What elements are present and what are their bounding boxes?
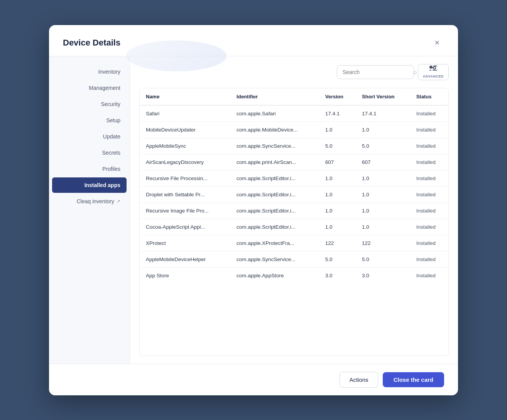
svg-rect-2 xyxy=(429,67,433,68)
toolbar: ⌕ ADVANCED xyxy=(139,64,449,80)
apps-table-wrapper: NameIdentifierVersionShort VersionStatus… xyxy=(139,88,449,356)
sidebar: InventoryManagementSecuritySetupUpdateSe… xyxy=(49,56,130,364)
svg-rect-1 xyxy=(433,66,437,66)
cell-identifier: com.apple.SyncService... xyxy=(230,138,319,154)
cell-short_version: 1.0 xyxy=(356,202,410,219)
actions-button[interactable]: Actions xyxy=(340,372,378,388)
table-row: Recursive File Processin...com.apple.Scr… xyxy=(140,170,448,186)
advanced-button[interactable]: ADVANCED xyxy=(418,64,449,80)
cell-identifier: com.apple.AppStore xyxy=(230,267,319,283)
cell-version: 5.0 xyxy=(319,251,356,267)
table-row: Safaricom.apple.Safari17.4.117.4.1Instal… xyxy=(140,105,448,122)
apps-table: NameIdentifierVersionShort VersionStatus… xyxy=(140,88,448,283)
modal-footer: Actions Close the card xyxy=(49,364,458,395)
sidebar-item-profiles[interactable]: Profiles xyxy=(49,161,130,177)
cell-version: 17.4.1 xyxy=(319,105,356,122)
cell-version: 1.0 xyxy=(319,121,356,138)
svg-rect-4 xyxy=(429,70,431,71)
table-row: AppleMobileDeviceHelpercom.apple.SyncSer… xyxy=(140,251,448,267)
cell-short_version: 1.0 xyxy=(356,219,410,235)
table-row: MobileDeviceUpdatercom.apple.MobileDevic… xyxy=(140,121,448,138)
table-row: App Storecom.apple.AppStore3.03.0Install… xyxy=(140,267,448,283)
cell-status: Installed xyxy=(410,251,448,267)
cell-identifier: com.apple.MobileDevice... xyxy=(230,121,319,138)
cell-status: Installed xyxy=(410,154,448,170)
sidebar-item-setup[interactable]: Setup xyxy=(49,113,130,128)
col-name: Name xyxy=(140,88,230,105)
cell-short_version: 1.0 xyxy=(356,121,410,138)
cell-short_version: 5.0 xyxy=(356,251,410,267)
cell-version: 1.0 xyxy=(319,186,356,202)
sidebar-item-label: Cleaq inventory↗ xyxy=(58,198,120,204)
cell-name: XProtect xyxy=(140,235,230,251)
cell-short_version: 17.4.1 xyxy=(356,105,410,122)
cell-name: Cocoa-AppleScript Appl... xyxy=(140,219,230,235)
cell-status: Installed xyxy=(410,202,448,219)
col-identifier: Identifier xyxy=(230,88,319,105)
cell-name: Droplet with Settable Pr... xyxy=(140,186,230,202)
svg-rect-5 xyxy=(433,70,437,71)
close-card-button[interactable]: Close the card xyxy=(383,372,444,387)
cell-identifier: com.apple.Safari xyxy=(230,105,319,122)
cell-short_version: 1.0 xyxy=(356,186,410,202)
cell-status: Installed xyxy=(410,105,448,122)
cell-status: Installed xyxy=(410,186,448,202)
cell-version: 1.0 xyxy=(319,170,356,186)
modal-header: Device Details × xyxy=(49,25,458,56)
cell-identifier: com.apple.print.AirScan... xyxy=(230,154,319,170)
cell-name: AppleMobileSync xyxy=(140,138,230,154)
cell-status: Installed xyxy=(410,138,448,154)
close-modal-button[interactable]: × xyxy=(430,36,444,50)
cell-name: Recursive File Processin... xyxy=(140,170,230,186)
cell-name: Safari xyxy=(140,105,230,122)
device-details-modal: Device Details × InventoryManagementSecu… xyxy=(49,25,458,395)
col-version: Version xyxy=(319,88,356,105)
cell-name: App Store xyxy=(140,267,230,283)
table-row: Recursive Image File Pro...com.apple.Scr… xyxy=(140,202,448,219)
sidebar-item-inventory[interactable]: Inventory xyxy=(49,64,130,79)
cell-identifier: com.apple.ScriptEditor.i... xyxy=(230,170,319,186)
table-row: AppleMobileSynccom.apple.SyncService...5… xyxy=(140,138,448,154)
sidebar-item-secrets[interactable]: Secrets xyxy=(49,145,130,160)
col-status: Status xyxy=(410,88,448,105)
cell-short_version: 3.0 xyxy=(356,267,410,283)
sidebar-item-management[interactable]: Management xyxy=(49,80,130,96)
cell-version: 607 xyxy=(319,154,356,170)
table-row: AirScanLegacyDiscoverycom.apple.print.Ai… xyxy=(140,154,448,170)
table-row: XProtectcom.apple.XProtectFra...122122In… xyxy=(140,235,448,251)
advanced-icon xyxy=(429,66,437,74)
advanced-label: ADVANCED xyxy=(423,74,444,78)
sidebar-item-installed-apps[interactable]: Installed apps xyxy=(52,177,127,193)
cell-identifier: com.apple.ScriptEditor.i... xyxy=(230,202,319,219)
table-header: NameIdentifierVersionShort VersionStatus xyxy=(140,88,448,105)
modal-title: Device Details xyxy=(63,38,120,48)
search-input[interactable] xyxy=(343,69,410,75)
cell-version: 5.0 xyxy=(319,138,356,154)
cell-short_version: 122 xyxy=(356,235,410,251)
cell-name: MobileDeviceUpdater xyxy=(140,121,230,138)
sidebar-item-security[interactable]: Security xyxy=(49,96,130,112)
cell-short_version: 607 xyxy=(356,154,410,170)
cell-version: 1.0 xyxy=(319,219,356,235)
cell-name: Recursive Image File Pro... xyxy=(140,202,230,219)
table-row: Cocoa-AppleScript Appl...com.apple.Scrip… xyxy=(140,219,448,235)
cell-short_version: 5.0 xyxy=(356,138,410,154)
svg-point-3 xyxy=(433,67,436,69)
cell-version: 3.0 xyxy=(319,267,356,283)
sidebar-item-cleaq-inventory[interactable]: Cleaq inventory↗ xyxy=(49,194,130,209)
cell-version: 122 xyxy=(319,235,356,251)
search-icon: ⌕ xyxy=(413,69,417,76)
table-row: Droplet with Settable Pr...com.apple.Scr… xyxy=(140,186,448,202)
cell-version: 1.0 xyxy=(319,202,356,219)
sidebar-item-update[interactable]: Update xyxy=(49,129,130,144)
main-content: ⌕ ADVANCED xyxy=(130,56,458,364)
cell-status: Installed xyxy=(410,170,448,186)
cell-status: Installed xyxy=(410,121,448,138)
search-box: ⌕ xyxy=(337,65,414,79)
table-body: Safaricom.apple.Safari17.4.117.4.1Instal… xyxy=(140,105,448,283)
cell-status: Installed xyxy=(410,219,448,235)
cell-status: Installed xyxy=(410,267,448,283)
cell-identifier: com.apple.ScriptEditor.i... xyxy=(230,186,319,202)
cell-identifier: com.apple.XProtectFra... xyxy=(230,235,319,251)
cell-identifier: com.apple.SyncService... xyxy=(230,251,319,267)
